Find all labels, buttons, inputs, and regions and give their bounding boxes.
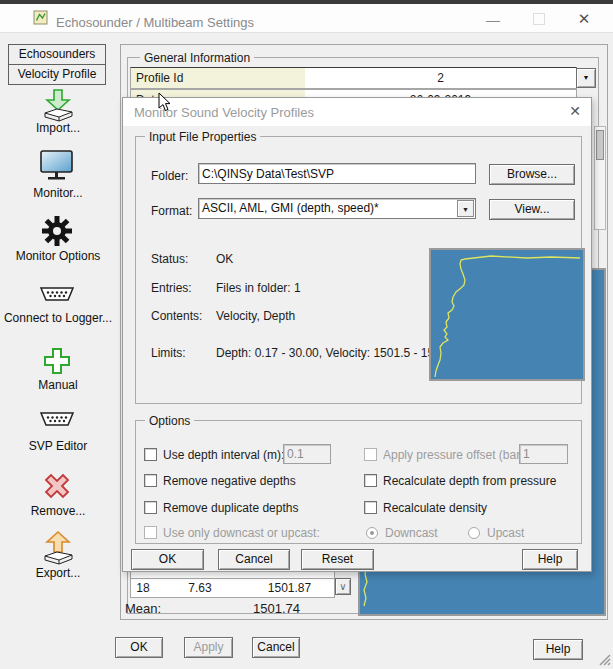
serial-connector-icon <box>38 410 76 429</box>
remove-duplicate-depths-checkbox[interactable] <box>144 501 157 514</box>
group-label: Options <box>145 414 194 428</box>
group-label: General Information <box>140 51 254 65</box>
entries-value: Files in folder: 1 <box>216 281 301 295</box>
remove-negative-depths-checkbox[interactable] <box>144 474 157 487</box>
folder-input[interactable] <box>198 163 476 184</box>
tool-label: Export... <box>2 566 114 580</box>
maximize-button[interactable] <box>533 13 545 25</box>
use-only-cast-checkbox <box>144 526 157 539</box>
downcast-label: Downcast <box>385 526 438 540</box>
format-selected-value: ASCII, AML, GMI (depth, speed)* <box>202 201 379 215</box>
mean-label: Mean: <box>125 601 161 616</box>
table-cell-velocity: 1501.87 <box>245 578 335 598</box>
recalculate-depth-checkbox[interactable] <box>364 474 377 487</box>
window-title: Echosounder / Multibeam Settings <box>56 15 254 30</box>
status-value: OK <box>216 252 233 266</box>
group-label: Input File Properties <box>145 130 260 144</box>
mouse-cursor <box>158 92 172 112</box>
main-ok-button[interactable]: OK <box>115 637 163 658</box>
format-combobox[interactable]: ASCII, AML, GMI (depth, speed)* ▼ <box>198 198 476 219</box>
dialog-reset-button[interactable]: Reset <box>301 549 374 570</box>
tab-label: Echosounders <box>19 47 96 61</box>
dialog-titlebar: Monitor Sound Velocity Profiles ✕ <box>123 98 591 126</box>
recalculate-depth-label: Recalculate depth from pressure <box>383 474 556 488</box>
dialog-help-button[interactable]: Help <box>522 549 578 570</box>
tool-label: Manual <box>2 378 114 392</box>
combo-dropdown-icon[interactable]: ▼ <box>457 200 474 217</box>
close-button[interactable]: ✕ <box>570 10 598 28</box>
profile-id-dropdown-button[interactable]: ▼ <box>576 68 596 88</box>
table-cell-depth: 7.63 <box>155 578 246 598</box>
remove-duplicate-depths-label: Remove duplicate depths <box>163 501 298 515</box>
monitor-icon <box>39 149 75 181</box>
recalculate-density-checkbox[interactable] <box>364 501 377 514</box>
folder-label: Folder: <box>151 169 188 183</box>
app-window: Echosounder / Multibeam Settings — ✕ Ech… <box>0 0 613 669</box>
table-cell-row-no: 18 <box>130 578 156 598</box>
dialog-cancel-button[interactable]: Cancel <box>218 549 290 570</box>
apply-pressure-offset-checkbox <box>364 448 377 461</box>
dialog-close-icon[interactable]: ✕ <box>569 103 581 119</box>
remove-negative-depths-label: Remove negative depths <box>163 474 296 488</box>
remove-x-icon <box>41 470 73 500</box>
upcast-radio <box>468 527 480 539</box>
upcast-label: Upcast <box>487 526 524 540</box>
dialog-ok-button[interactable]: OK <box>131 549 204 570</box>
pressure-offset-input <box>519 444 568 464</box>
mean-value: 1501.74 <box>253 601 300 616</box>
apply-pressure-offset-label: Apply pressure offset (bar): <box>383 448 528 462</box>
tool-label: Monitor Options <box>2 249 114 263</box>
browse-button[interactable]: Browse... <box>489 164 575 185</box>
property-value-cell[interactable]: 2 <box>305 67 577 89</box>
sidebar-tab-velocity-profile[interactable]: Velocity Profile <box>8 64 106 85</box>
sidebar-tab-echosounders[interactable]: Echosounders <box>8 44 106 65</box>
view-button[interactable]: View... <box>489 199 575 220</box>
property-label-cell: Profile Id <box>130 67 306 89</box>
import-icon <box>38 87 78 123</box>
tool-label: Connect to Logger... <box>2 311 114 325</box>
app-icon <box>33 10 48 25</box>
tool-label: Import... <box>2 121 114 135</box>
gear-icon <box>41 215 73 247</box>
contents-value: Velocity, Depth <box>216 309 295 323</box>
main-apply-button: Apply <box>184 637 233 658</box>
main-help-button[interactable]: Help <box>533 639 583 660</box>
main-cancel-button[interactable]: Cancel <box>252 637 300 658</box>
profile-line <box>435 256 580 377</box>
format-label: Format: <box>151 204 192 218</box>
tab-label: Velocity Profile <box>18 67 97 81</box>
use-only-cast-label: Use only downcast or upcast: <box>163 526 320 540</box>
serial-connector-icon <box>38 285 76 304</box>
window-titlebar: Echosounder / Multibeam Settings — ✕ <box>0 4 613 33</box>
export-icon <box>38 529 78 566</box>
downcast-radio <box>366 527 378 539</box>
entries-label: Entries: <box>151 281 192 295</box>
minimize-button[interactable]: — <box>478 11 508 29</box>
depth-interval-input <box>283 444 331 464</box>
scroll-down-button[interactable]: ∨ <box>335 578 351 595</box>
tool-label: Monitor... <box>2 186 114 200</box>
tool-label: Remove... <box>2 504 114 518</box>
velocity-profile-preview-dialog <box>429 248 585 381</box>
contents-label: Contents: <box>151 309 202 323</box>
use-depth-interval-checkbox[interactable] <box>144 448 157 461</box>
recalculate-density-label: Recalculate density <box>383 501 487 515</box>
limits-label: Limits: <box>151 346 186 360</box>
use-depth-interval-label: Use depth interval (m): <box>163 448 284 462</box>
resize-grip[interactable] <box>598 653 612 667</box>
scrollbar-thumb[interactable] <box>596 130 604 160</box>
status-label: Status: <box>151 252 188 266</box>
table-scrollbar[interactable] <box>594 126 606 230</box>
limits-value: Depth: 0.17 - 30.00, Velocity: 1501.5 - … <box>216 346 458 360</box>
plus-icon <box>42 346 72 375</box>
tool-label: SVP Editor <box>2 439 114 453</box>
monitor-svp-dialog: Monitor Sound Velocity Profiles ✕ Input … <box>122 97 592 572</box>
